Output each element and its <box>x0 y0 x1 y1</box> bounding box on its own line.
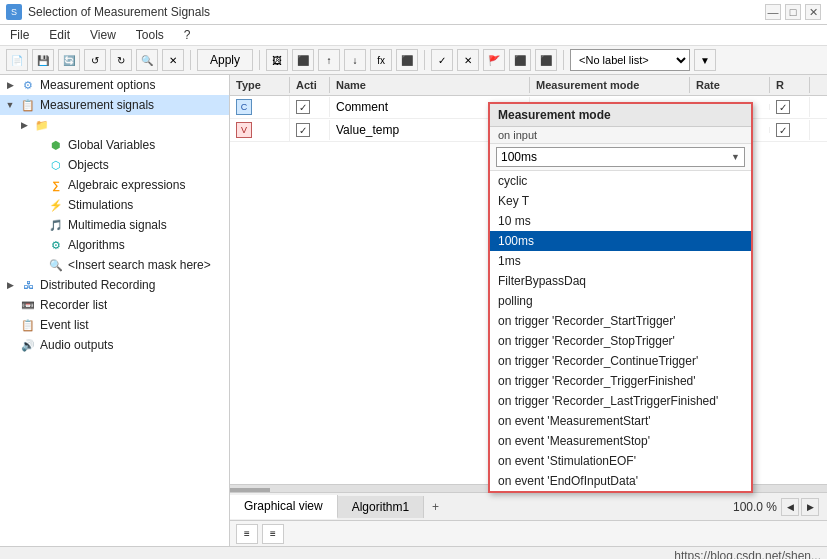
dropdown-list: cyclic Key T 10 ms 100ms 1ms FilterBypas… <box>490 171 751 491</box>
tab-add-button[interactable]: + <box>424 496 447 518</box>
menu-tools[interactable]: Tools <box>132 27 168 43</box>
dd-item-event-measstop[interactable]: on event 'MeasurementStop' <box>490 431 751 451</box>
toolbar-icon-3[interactable]: 🔄 <box>58 49 80 71</box>
col-header-mmode: Measurement mode <box>530 77 690 93</box>
sidebar-item-objects[interactable]: ⬡ Objects <box>0 155 229 175</box>
apply-button[interactable]: Apply <box>197 49 253 71</box>
toolbar-icon-1[interactable]: 📄 <box>6 49 28 71</box>
label-list-select[interactable]: <No label list> <box>570 49 690 71</box>
close-button[interactable]: ✕ <box>805 4 821 20</box>
row1-checkbox[interactable] <box>296 100 310 114</box>
zoom-control: 100.0 % ◀ ▶ <box>725 496 827 518</box>
dd-item-event-measstart[interactable]: on event 'MeasurementStart' <box>490 411 751 431</box>
dd-item-keyt[interactable]: Key T <box>490 191 751 211</box>
sidebar-item-multimedia[interactable]: 🎵 Multimedia signals <box>0 215 229 235</box>
sidebar-item-distributed-recording[interactable]: ▶ 🖧 Distributed Recording <box>0 275 229 295</box>
tree-arrow-objects <box>32 159 44 171</box>
dd-item-1ms[interactable]: 1ms <box>490 251 751 271</box>
dd-item-filterbpassdaq[interactable]: FilterBypassDaq <box>490 271 751 291</box>
row2-r <box>770 120 810 140</box>
toolbar-icon-10[interactable]: ⬛ <box>396 49 418 71</box>
zoom-in-button[interactable]: ▶ <box>801 498 819 516</box>
sidebar-label-objects: Objects <box>68 158 109 172</box>
sidebar-item-event-list[interactable]: 📋 Event list <box>0 315 229 335</box>
sidebar-item-audio-outputs[interactable]: 🔊 Audio outputs <box>0 335 229 355</box>
menu-help[interactable]: ? <box>180 27 195 43</box>
zoom-out-button[interactable]: ◀ <box>781 498 799 516</box>
toolbar-icon-5[interactable]: ↻ <box>110 49 132 71</box>
menu-view[interactable]: View <box>86 27 120 43</box>
title-bar-controls[interactable]: — □ ✕ <box>765 4 821 20</box>
dd-item-10ms[interactable]: 10 ms <box>490 211 751 231</box>
sidebar-item-measurement-options[interactable]: ▶ ⚙ Measurement options <box>0 75 229 95</box>
col-header-rate: Rate <box>690 77 770 93</box>
dd-item-event-eofinput[interactable]: on event 'EndOfInputData' <box>490 471 751 491</box>
objects-icon: ⬡ <box>48 157 64 173</box>
sidebar-label-distributed: Distributed Recording <box>40 278 155 292</box>
toolbar-separator-4 <box>563 50 564 70</box>
row2-r-checkbox[interactable] <box>776 123 790 137</box>
dd-item-trigger-start[interactable]: on trigger 'Recorder_StartTrigger' <box>490 311 751 331</box>
toolbar-icon-9[interactable]: ⬛ <box>292 49 314 71</box>
sidebar-label-algebraic: Algebraic expressions <box>68 178 185 192</box>
minimize-button[interactable]: — <box>765 4 781 20</box>
sidebar-label-recorder-list: Recorder list <box>40 298 107 312</box>
sidebar-item-recorder-list[interactable]: 📼 Recorder list <box>0 295 229 315</box>
toolbar-icon-12[interactable]: ✕ <box>457 49 479 71</box>
col-header-name: Name <box>330 77 530 93</box>
menu-bar: File Edit View Tools ? <box>0 25 827 46</box>
sidebar-label-event-list: Event list <box>40 318 89 332</box>
sidebar-label-measurement-options: Measurement options <box>40 78 155 92</box>
sidebar-item-stimulations[interactable]: ⚡ Stimulations <box>0 195 229 215</box>
sidebar-item-folder[interactable]: ▶ 📁 <box>0 115 229 135</box>
dropdown-current-value[interactable]: 100ms ▼ <box>496 147 745 167</box>
dd-item-trigger-continue[interactable]: on trigger 'Recorder_ContinueTrigger' <box>490 351 751 371</box>
toolbar-icon-2[interactable]: 💾 <box>32 49 54 71</box>
toolbar-up[interactable]: ↑ <box>318 49 340 71</box>
tree-arrow-algebraic <box>32 179 44 191</box>
toolbar-icon-4[interactable]: ↺ <box>84 49 106 71</box>
algorithms-icon: ⚙ <box>48 237 64 253</box>
toolbar-icon-13[interactable]: 🚩 <box>483 49 505 71</box>
sidebar-item-measurement-signals[interactable]: ▼ 📋 Measurement signals <box>0 95 229 115</box>
dd-item-event-stimeof[interactable]: on event 'StimulationEOF' <box>490 451 751 471</box>
maximize-button[interactable]: □ <box>785 4 801 20</box>
dd-item-polling[interactable]: polling <box>490 291 751 311</box>
dd-item-cyclic[interactable]: cyclic <box>490 171 751 191</box>
dd-item-trigger-finished[interactable]: on trigger 'Recorder_TriggerFinished' <box>490 371 751 391</box>
toolbar-icon-14[interactable]: ⬛ <box>509 49 531 71</box>
row1-r-checkbox[interactable] <box>776 100 790 114</box>
sidebar-item-global-variables[interactable]: ⬢ Global Variables <box>0 135 229 155</box>
toolbar-down[interactable]: ↓ <box>344 49 366 71</box>
distributed-icon: 🖧 <box>20 277 36 293</box>
sidebar-item-algorithms[interactable]: ⚙ Algorithms <box>0 235 229 255</box>
folder-icon: 📁 <box>34 117 50 133</box>
align-left-button[interactable]: ≡ <box>236 524 258 544</box>
menu-file[interactable]: File <box>6 27 33 43</box>
dd-item-trigger-last[interactable]: on trigger 'Recorder_LastTriggerFinished… <box>490 391 751 411</box>
row2-checkbox[interactable] <box>296 123 310 137</box>
row1-r <box>770 97 810 117</box>
toolbar-icon-8[interactable]: 🖼 <box>266 49 288 71</box>
menu-edit[interactable]: Edit <box>45 27 74 43</box>
sidebar-label-audio-outputs: Audio outputs <box>40 338 113 352</box>
sidebar-item-search-mask[interactable]: 🔍 <Insert search mask here> <box>0 255 229 275</box>
toolbar-icon-6[interactable]: 🔍 <box>136 49 158 71</box>
toolbar-icon-11[interactable]: ✓ <box>431 49 453 71</box>
value-type-icon: V <box>236 122 252 138</box>
sidebar-label-algorithms: Algorithms <box>68 238 125 252</box>
toolbar-icon-15[interactable]: ⬛ <box>535 49 557 71</box>
align-right-button[interactable]: ≡ <box>262 524 284 544</box>
measurement-mode-dropdown[interactable]: Measurement mode on input 100ms ▼ cyclic… <box>488 102 753 493</box>
dd-item-100ms[interactable]: 100ms <box>490 231 751 251</box>
sidebar-item-algebraic[interactable]: ∑ Algebraic expressions <box>0 175 229 195</box>
toolbar-icon-7[interactable]: ✕ <box>162 49 184 71</box>
tree-arrow-algorithms <box>32 239 44 251</box>
stimulations-icon: ⚡ <box>48 197 64 213</box>
tab-graphical-view[interactable]: Graphical view <box>230 495 338 519</box>
tab-algorithm1[interactable]: Algorithm1 <box>338 496 424 518</box>
row1-action <box>290 97 330 117</box>
toolbar-fx[interactable]: fx <box>370 49 392 71</box>
toolbar-dropdown-arrow[interactable]: ▼ <box>694 49 716 71</box>
dd-item-trigger-stop[interactable]: on trigger 'Recorder_StopTrigger' <box>490 331 751 351</box>
